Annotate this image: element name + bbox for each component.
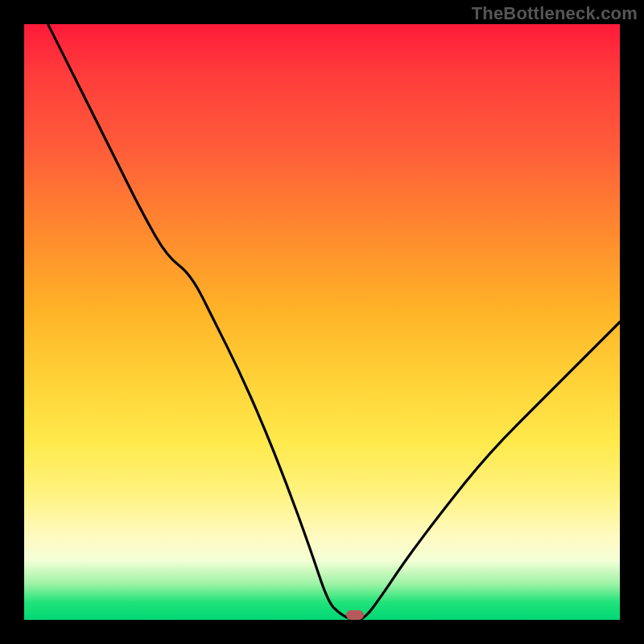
bottleneck-curve <box>24 24 620 620</box>
curve-layer <box>24 24 620 620</box>
watermark-text: TheBottleneck.com <box>472 3 638 24</box>
optimal-point-marker <box>346 610 364 620</box>
chart-frame: TheBottleneck.com <box>0 0 644 644</box>
plot-area <box>24 24 620 620</box>
